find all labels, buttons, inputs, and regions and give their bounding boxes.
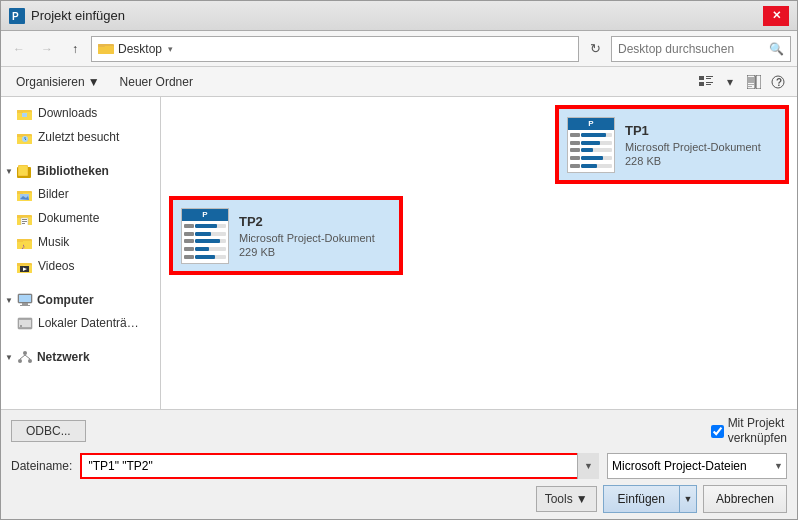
odbc-button[interactable]: ODBC... [11,420,86,442]
lokaler-icon [17,315,33,331]
filename-dropdown-button[interactable]: ▼ [577,453,599,479]
einfuegen-button[interactable]: Einfügen [603,485,679,513]
dokumente-icon [17,210,33,226]
view-details-button[interactable] [695,71,717,93]
tp2-name: TP2 [239,214,393,229]
bottom-area: ODBC... Mit Projektverknüpfen Dateiname:… [1,409,797,519]
view-dropdown-button[interactable]: ▾ [719,71,741,93]
svg-rect-8 [699,82,704,86]
current-location: Desktop [118,42,162,56]
tp2-size: 229 KB [239,246,393,258]
svg-rect-20 [17,110,23,113]
computer-label: Computer [37,293,94,307]
close-button[interactable]: ✕ [763,6,789,26]
toolbar: Organisieren ▼ Neuer Ordner ▾ [1,67,797,97]
svg-rect-46 [17,263,23,266]
einfuegen-dropdown-button[interactable]: ▼ [679,485,697,513]
sidebar-section-netzwerk[interactable]: ▼ Netzwerk [1,343,160,368]
dokumente-label: Dokumente [38,211,99,225]
organize-label: Organisieren [16,75,85,89]
sidebar-item-lokaler[interactable]: Lokaler Datenträ… [1,311,160,335]
svg-rect-28 [19,166,27,175]
dialog-window: P Projekt einfügen ✕ ← → ↑ Desktop ▾ ↻ [0,0,798,520]
svg-rect-13 [748,77,754,83]
path-arrow: ▾ [168,44,173,54]
organize-arrow: ▼ [88,75,100,89]
tools-label: Tools [545,492,573,506]
back-button[interactable]: ← [7,37,31,61]
videos-icon [17,258,33,274]
svg-point-58 [28,359,32,363]
bilder-icon [17,186,33,202]
computer-triangle: ▼ [5,296,13,305]
recent-icon [17,129,33,145]
netzwerk-icon [17,349,33,365]
dialog-title: Projekt einfügen [31,8,125,23]
sidebar-section-bibliotheken[interactable]: ▼ Bibliotheken [1,157,160,182]
svg-rect-14 [748,84,754,85]
netzwerk-label: Netzwerk [37,350,90,364]
videos-label: Videos [38,259,74,273]
path-bar: Desktop ▾ [91,36,579,62]
search-bar: 🔍 [611,36,791,62]
filename-input[interactable] [80,453,599,479]
filename-input-wrap: ▼ [80,453,599,479]
nav-bar: ← → ↑ Desktop ▾ ↻ 🔍 [1,31,797,67]
view-icons: ▾ ? [695,71,789,93]
tp1-info: TP1 Microsoft Project-Dokument 228 KB [625,123,779,167]
bibliotheken-icon [17,163,33,179]
forward-button[interactable]: → [35,37,59,61]
bottom-row3: Tools ▼ Einfügen ▼ Abbrechen [11,485,787,513]
svg-rect-3 [98,46,114,54]
file-item-tp2[interactable]: P [171,198,401,273]
filename-label: Dateiname: [11,459,72,473]
search-input[interactable] [618,42,769,56]
bibliotheken-label: Bibliotheken [37,164,109,178]
search-icon: 🔍 [769,42,784,56]
new-folder-button[interactable]: Neuer Ordner [113,71,200,93]
sidebar-item-dokumente[interactable]: Dokumente [1,206,160,230]
svg-rect-5 [699,76,704,80]
filetype-select[interactable]: Microsoft Project-Dateien Alle Dateien (… [607,453,787,479]
abbrechen-button[interactable]: Abbrechen [703,485,787,513]
sidebar: Downloads Zuletzt besucht ▼ [1,97,161,409]
title-bar: P Projekt einfügen ✕ [1,1,797,31]
organize-button[interactable]: Organisieren ▼ [9,71,107,93]
tools-button[interactable]: Tools ▼ [536,486,597,512]
svg-line-60 [25,355,30,359]
tp2-info: TP2 Microsoft Project-Dokument 229 KB [239,214,393,258]
svg-rect-9 [706,82,713,83]
svg-text:P: P [12,11,19,22]
preview-button[interactable] [743,71,765,93]
title-bar-left: P Projekt einfügen [9,8,125,24]
svg-rect-24 [17,134,23,137]
svg-text:?: ? [776,77,782,88]
sidebar-item-downloads[interactable]: Downloads [1,101,160,125]
up-button[interactable]: ↑ [63,37,87,61]
svg-point-56 [23,351,27,355]
downloads-label: Downloads [38,106,97,120]
sidebar-item-videos[interactable]: Videos [1,254,160,278]
tp1-size: 228 KB [625,155,779,167]
help-button[interactable]: ? [767,71,789,93]
musik-label: Musik [38,235,69,249]
netzwerk-triangle: ▼ [5,353,13,362]
sidebar-item-bilder[interactable]: Bilder [1,182,160,206]
svg-rect-35 [17,215,23,218]
link-project-checkbox[interactable] [711,425,724,438]
file-item-tp1[interactable]: P [557,107,787,182]
svg-point-55 [20,325,22,327]
sidebar-item-musik[interactable]: ♪ Musik [1,230,160,254]
tp2-type: Microsoft Project-Dokument [239,232,393,244]
tp2-icon: P [179,205,231,267]
bottom-row1: ODBC... Mit Projektverknüpfen [11,416,787,447]
new-folder-label: Neuer Ordner [120,75,193,89]
svg-rect-38 [22,221,27,222]
svg-rect-52 [20,305,30,306]
location-icon [98,41,114,57]
refresh-button[interactable]: ↻ [583,37,607,61]
bibliotheken-triangle: ▼ [5,167,13,176]
svg-rect-10 [706,84,711,85]
sidebar-item-recent[interactable]: Zuletzt besucht [1,125,160,149]
sidebar-section-computer[interactable]: ▼ Computer [1,286,160,311]
